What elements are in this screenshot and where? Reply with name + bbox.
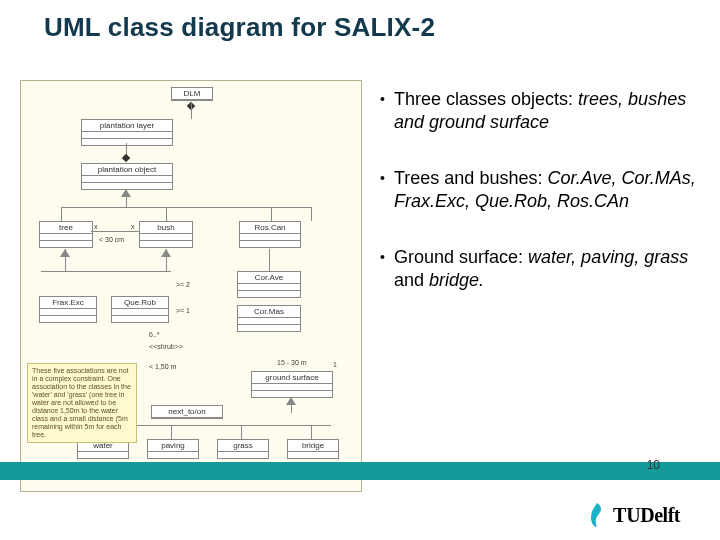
bullet-icon: • (380, 167, 394, 212)
box-fraxexc: Frax.Exc (40, 297, 96, 309)
logo-rest: Delft (640, 504, 680, 527)
footer-bar (0, 462, 720, 480)
list-item: • Trees and bushes: Cor.Ave, Cor.MAs, Fr… (380, 167, 700, 212)
list-item: • Ground surface: water, paving, grass a… (380, 246, 700, 291)
tudelft-logo: TUDelft (587, 502, 680, 528)
constraint-note: These five associations are not in a com… (27, 363, 137, 443)
box-bridge: bridge (288, 440, 338, 452)
triangle-icon (121, 189, 131, 197)
bullet-list: • Three classes objects: trees, bushes a… (380, 88, 700, 325)
box-grass: grass (218, 440, 268, 452)
lbl-ge1: >= 1 (176, 307, 190, 314)
triangle-icon (60, 249, 70, 257)
bullet-em: water, paving, grass (528, 247, 688, 267)
box-paving: paving (148, 440, 198, 452)
lbl-one: 1 (333, 361, 337, 368)
logo-u: U (626, 504, 640, 527)
box-next: next_to/on (152, 406, 222, 418)
lbl-x: x (131, 223, 135, 230)
box-bush: bush (140, 222, 192, 234)
box-querob: Que.Rob (112, 297, 168, 309)
box-corave: Cor.Ave (238, 272, 300, 284)
lbl-lt30: < 30 cm (99, 236, 124, 243)
lbl-lt1m: < 1,50 m (149, 363, 176, 370)
box-dlm: DLM (172, 88, 212, 100)
bullet-lead: Ground surface: (394, 247, 523, 267)
box-roscan: Ros.Can (240, 222, 300, 234)
lbl-shrub: <<shrub>> (149, 343, 183, 350)
bullet-icon: • (380, 246, 394, 291)
lbl-six: 6..* (149, 331, 160, 338)
box-ground: ground surface (252, 372, 332, 384)
diamond-icon (122, 154, 130, 162)
box-cormas: Cor.Mas (238, 306, 300, 318)
bullet-em2: bridge. (429, 270, 484, 290)
flame-icon (587, 502, 607, 528)
uml-diagram: DLM plantation layer plantation object t… (20, 80, 362, 492)
box-object: plantation object (82, 164, 172, 176)
box-layer: plantation layer (82, 120, 172, 132)
list-item: • Three classes objects: trees, bushes a… (380, 88, 700, 133)
lbl-15: 15 - 30 m (277, 359, 307, 366)
triangle-icon (161, 249, 171, 257)
bullet-icon: • (380, 88, 394, 133)
lbl-x: x (94, 223, 98, 230)
logo-t: T (613, 504, 626, 527)
lbl-ge2: >= 2 (176, 281, 190, 288)
bullet-lead: Trees and bushes: (394, 168, 542, 188)
page-title: UML class diagram for SALIX-2 (44, 12, 435, 43)
box-tree: tree (40, 222, 92, 234)
bullet-tail: and (394, 270, 429, 290)
page-number: 10 (647, 458, 660, 472)
bullet-lead: Three classes objects: (394, 89, 573, 109)
triangle-icon (286, 397, 296, 405)
